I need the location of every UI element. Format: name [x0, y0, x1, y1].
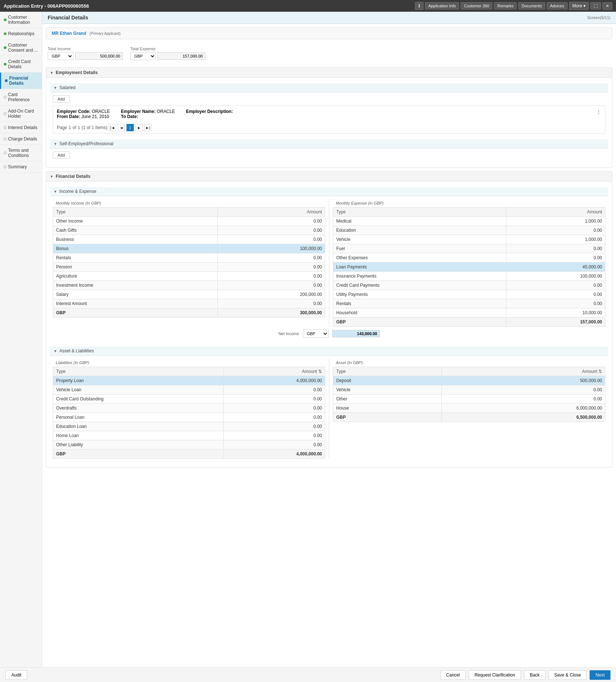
- liability-amount-cell: 0.00: [224, 395, 325, 404]
- net-income-currency-select[interactable]: GBP: [303, 330, 329, 338]
- asset-liabilities-header[interactable]: ▼ Asset & Liabilities: [50, 346, 608, 356]
- main-container: Customer Information Relationships Custo…: [0, 12, 616, 667]
- total-expense-currency-select[interactable]: GBP: [130, 52, 156, 60]
- income-type-cell: Cash Gifts: [53, 226, 218, 235]
- income-type-header: Type: [53, 208, 218, 217]
- sidebar-item-terms-and-conditions[interactable]: Terms and Conditions: [0, 145, 42, 161]
- employment-section-body: ▼ Salaried Add Employer Code: ORACLE: [46, 78, 612, 167]
- expense-type-cell: Other Expenses: [333, 253, 506, 263]
- self-employed-title: Self-Employed/Professional: [59, 141, 113, 146]
- employer-options-button[interactable]: ⋮: [596, 109, 601, 115]
- total-income-currency-select[interactable]: GBP: [48, 52, 73, 60]
- salaried-header[interactable]: ▼ Salaried: [50, 83, 608, 92]
- income-type-cell: Pension: [53, 263, 218, 272]
- expense-table-row: Utility Payments0.00: [333, 290, 605, 299]
- sidebar-item-customer-consent[interactable]: Customer Consent and ...: [0, 40, 42, 56]
- customer360-button[interactable]: Customer 360: [461, 2, 492, 10]
- total-income-input[interactable]: [75, 52, 123, 60]
- income-expense-header[interactable]: ▼ Income & Expense: [50, 187, 608, 196]
- sidebar-item-card-preference[interactable]: Card Preference: [0, 89, 42, 106]
- sidebar-item-interest-details[interactable]: Interest Details: [0, 122, 42, 133]
- expense-amount-cell: 100,000.00: [506, 272, 605, 281]
- page-current: 1: [69, 125, 71, 130]
- header-actions: ℹ Application Info Customer 360 Remarks …: [415, 2, 612, 10]
- applicant-header: MR Ethan Grand (Primary Applicant): [46, 27, 612, 39]
- asset-amount-cell: 500,000.00: [441, 376, 605, 385]
- expense-type-cell: Loan Payments: [333, 263, 506, 272]
- financial-details-body: ▼ Income & Expense Monthly Income (In GB…: [46, 182, 612, 467]
- close-button[interactable]: ✕: [602, 2, 612, 10]
- request-clarification-button[interactable]: Request Clarification: [469, 670, 521, 680]
- liabilities-total-currency: GBP: [53, 450, 224, 459]
- asset-total-currency: GBP: [333, 413, 442, 422]
- info-button[interactable]: ℹ: [415, 2, 423, 10]
- cancel-button[interactable]: Cancel: [440, 670, 466, 680]
- expense-amount-cell: 0.00: [506, 281, 605, 290]
- income-table-row: Investment Income0.00: [53, 281, 325, 290]
- save-close-button[interactable]: Save & Close: [549, 670, 587, 680]
- sidebar-item-financial-details[interactable]: Financial Details: [0, 73, 42, 89]
- sidebar-item-charge-details[interactable]: Charge Details: [0, 133, 42, 145]
- footer-left: Audit: [6, 670, 27, 680]
- expense-amount-cell: 0.00: [506, 226, 605, 235]
- expense-amount-header: Amount: [506, 208, 605, 217]
- asset-type-header: Type: [333, 367, 442, 376]
- inc-exp-toggle-icon: ▼: [54, 190, 57, 194]
- financial-details-title: Financial Details: [56, 174, 91, 179]
- audit-button[interactable]: Audit: [6, 670, 27, 680]
- income-table-row: Pension0.00: [53, 263, 325, 272]
- next-page-button[interactable]: ►: [135, 124, 143, 131]
- salaried-title: Salaried: [59, 85, 76, 90]
- asset-table-row: House6,000,000.00: [333, 404, 605, 413]
- sidebar-item-credit-card-details[interactable]: Credit Card Details: [0, 56, 42, 73]
- employer-name-field: Employer Name: ORACLE To Date:: [121, 109, 175, 119]
- self-employed-add-button[interactable]: Add: [53, 151, 70, 159]
- sidebar-dot: [5, 79, 8, 82]
- application-info-button[interactable]: Application Info: [425, 2, 459, 10]
- sidebar-dot: [4, 126, 7, 129]
- first-page-button[interactable]: |◄: [109, 124, 116, 131]
- prev-page-button[interactable]: ◄: [118, 124, 125, 131]
- expand-button[interactable]: ⛶: [590, 2, 601, 10]
- total-income-label: Total Income: [48, 47, 123, 51]
- sidebar-item-relationships[interactable]: Relationships: [0, 28, 42, 40]
- next-button[interactable]: Next: [590, 670, 610, 680]
- sidebar-item-add-on-card-holder[interactable]: Add-On Card Holder: [0, 106, 42, 122]
- income-type-cell: Agriculture: [53, 272, 218, 281]
- expense-amount-cell: 0.00: [506, 299, 605, 308]
- items-label: (1 of 1 Items): [81, 125, 107, 130]
- sidebar: Customer Information Relationships Custo…: [0, 12, 42, 667]
- total-expense-field-row: GBP: [130, 52, 205, 60]
- income-table-row: Interest Amount0.00: [53, 299, 325, 308]
- income-amount-header: Amount: [218, 208, 325, 217]
- employment-section-header[interactable]: ▼ Employment Details: [46, 68, 612, 78]
- sidebar-item-customer-information[interactable]: Customer Information: [0, 12, 42, 28]
- income-total-amount: 300,000.00: [218, 308, 325, 318]
- asset-type-cell: Other: [333, 395, 442, 404]
- self-employed-header[interactable]: ▼ Self-Employed/Professional: [50, 139, 608, 148]
- expense-amount-cell: 1,000.00: [506, 235, 605, 244]
- financial-details-section-header[interactable]: ▼ Financial Details: [46, 172, 612, 182]
- employer-record: Employer Code: ORACLE From Date: June 21…: [53, 106, 605, 133]
- income-amount-cell: 0.00: [218, 263, 325, 272]
- advices-button[interactable]: Advices: [547, 2, 568, 10]
- sidebar-dot: [4, 151, 7, 154]
- sidebar-item-summary[interactable]: Summary: [0, 161, 42, 173]
- documents-button[interactable]: Documents: [518, 2, 545, 10]
- salaried-body: Add Employer Code: ORACLE From Date: Jun…: [50, 92, 608, 136]
- net-income-input[interactable]: [332, 330, 380, 337]
- asset-liabilities-title: Asset & Liabilities: [59, 348, 94, 353]
- income-amount-cell: 0.00: [218, 217, 325, 226]
- remarks-button[interactable]: Remarks: [494, 2, 517, 10]
- income-total-currency: GBP: [53, 308, 218, 318]
- app-header: Application Entry - 006APP000060556 ℹ Ap…: [0, 0, 616, 12]
- more-button[interactable]: More ▾: [569, 2, 589, 10]
- page-number-button[interactable]: 1: [126, 124, 134, 131]
- salaried-add-button[interactable]: Add: [53, 95, 70, 103]
- expense-type-header: Type: [333, 208, 506, 217]
- expense-amount-cell: 10,000.00: [506, 308, 605, 318]
- asset-type-cell: Deposit: [333, 376, 442, 385]
- last-page-button[interactable]: ►|: [144, 124, 151, 131]
- total-expense-input[interactable]: [158, 52, 205, 60]
- back-button[interactable]: Back: [524, 670, 546, 680]
